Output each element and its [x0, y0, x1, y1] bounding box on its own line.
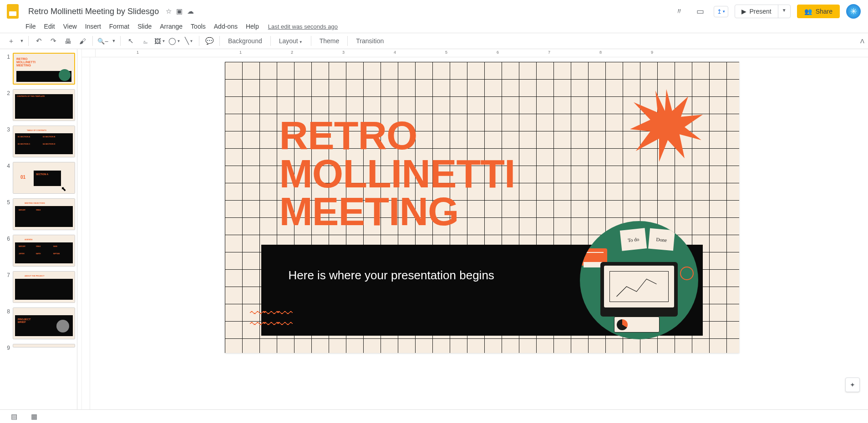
- slide-number: 6: [5, 235, 10, 267]
- ruler-corner: [82, 49, 96, 57]
- menu-format[interactable]: Format: [106, 21, 133, 32]
- workspace: 1RETROMOLLINETTIMEETING2CONTENTS OF THIS…: [0, 49, 868, 409]
- menu-edit[interactable]: Edit: [41, 21, 59, 32]
- slide-thumb-7[interactable]: 7ABOUT THE PROJECT: [5, 271, 75, 303]
- cloud-saved-icon[interactable]: ☁: [187, 7, 194, 15]
- title-line-3: MEETING: [279, 192, 515, 231]
- slide-number: 1: [5, 53, 10, 85]
- svg-marker-0: [630, 89, 703, 162]
- activity-icon[interactable]: 〃: [672, 4, 686, 19]
- theme-button[interactable]: Theme: [315, 37, 344, 45]
- menu-file[interactable]: File: [22, 21, 40, 32]
- filmstrip[interactable]: 1RETROMOLLINETTIMEETING2CONTENTS OF THIS…: [0, 49, 77, 409]
- slide-canvas[interactable]: RETRO MOLLINETTI MEETING Here is where y…: [225, 62, 739, 353]
- star-icon[interactable]: ☆: [166, 7, 172, 15]
- menu-slide[interactable]: Slide: [134, 21, 155, 32]
- image-tool[interactable]: 🖼▼: [153, 35, 166, 47]
- menu-help[interactable]: Help: [242, 21, 263, 32]
- slide-thumb-8[interactable]: 8PROJECTBRIEF: [5, 307, 75, 339]
- doc-status-icons: ☆ ▣ ☁: [166, 7, 194, 15]
- textbox-tool[interactable]: ⎁: [139, 35, 152, 47]
- present-icon: ▶: [741, 8, 746, 15]
- layout-button[interactable]: Layout▼: [274, 37, 307, 45]
- slide-thumb-2[interactable]: 2CONTENTS OF THIS TEMPLATE: [5, 89, 75, 121]
- menu-view[interactable]: View: [60, 21, 81, 32]
- filmstrip-view-icon[interactable]: ▤: [11, 413, 17, 421]
- move-icon[interactable]: ▣: [176, 7, 183, 15]
- thumbnail[interactable]: PROJECTBRIEF: [13, 307, 75, 339]
- thumbnail[interactable]: CONTENTS OF THIS TEMPLATE: [13, 89, 75, 121]
- last-edit-link[interactable]: Last edit was seconds ago: [268, 23, 338, 30]
- print-button[interactable]: 🖶: [61, 35, 74, 47]
- background-button[interactable]: Background: [223, 37, 267, 45]
- sticky-note-done: Done: [648, 228, 675, 251]
- menubar: File Edit View Insert Format Slide Arran…: [0, 20, 868, 33]
- doc-title-input[interactable]: [25, 6, 162, 17]
- zoom-dropdown[interactable]: ▼: [111, 35, 117, 47]
- vertical-ruler[interactable]: [82, 57, 90, 409]
- present-group: ▶Present ▼: [735, 5, 790, 18]
- thumbnail[interactable]: ABOUT THE PROJECT: [13, 271, 75, 303]
- titlebar: ☆ ▣ ☁ 〃 ▭ ↥▾ ▶Present ▼ 👥Share ✳: [0, 0, 868, 20]
- thumbnail[interactable]: 01SECTION A⬉: [13, 162, 75, 194]
- right-actions: 〃 ▭ ↥▾ ▶Present ▼ 👥Share ✳: [672, 4, 861, 19]
- new-slide-button[interactable]: ＋: [5, 35, 17, 47]
- thumbnail[interactable]: [13, 344, 75, 347]
- menu-arrange[interactable]: Arrange: [156, 21, 186, 32]
- slide-number: 5: [5, 198, 10, 230]
- slide-thumb-3[interactable]: 3TABLE OF CONTENTS01 SECTION A02 SECTION…: [5, 126, 75, 157]
- paint-format-button[interactable]: 🖌: [76, 35, 89, 47]
- shape-tool[interactable]: ◯▼: [168, 35, 181, 47]
- comment-button[interactable]: 💬: [203, 35, 216, 47]
- menu-insert[interactable]: Insert: [81, 21, 105, 32]
- user-avatar[interactable]: ✳: [846, 4, 861, 19]
- select-tool[interactable]: ↖: [124, 35, 137, 47]
- slide-number: 2: [5, 89, 10, 121]
- slide-subtitle[interactable]: Here is where your presentation begins: [289, 268, 494, 282]
- canvas-area[interactable]: 1123456789 RETRO MOLLINETTI MEETING Here…: [82, 49, 868, 409]
- sticky-note-todo: To do: [619, 228, 646, 251]
- thumbnail[interactable]: AGENDAMERCURYVENUSMARSJUPITEREARTHNEPTUN…: [13, 235, 75, 267]
- pie-card-icon: [614, 317, 660, 332]
- share-icon: 👥: [804, 8, 812, 15]
- slide-thumb-9[interactable]: 9: [5, 344, 75, 348]
- menu-addons[interactable]: Add-ons: [210, 21, 241, 32]
- present-button[interactable]: ▶Present: [735, 5, 777, 18]
- collapse-toolbar-icon[interactable]: ᐱ: [860, 38, 864, 45]
- menu-tools[interactable]: Tools: [187, 21, 209, 32]
- laptop-illustration: [600, 262, 678, 317]
- new-slide-dropdown[interactable]: ▼: [19, 35, 25, 47]
- line-tool[interactable]: ╲▼: [183, 35, 195, 47]
- present-dropdown[interactable]: ▼: [778, 5, 790, 18]
- thumbnail[interactable]: RETROMOLLINETTIMEETING: [13, 53, 75, 85]
- upload-button[interactable]: ↥▾: [714, 6, 728, 17]
- slide-thumb-1[interactable]: 1RETROMOLLINETTIMEETING: [5, 53, 75, 85]
- present-label: Present: [749, 8, 771, 15]
- slide-title[interactable]: RETRO MOLLINETTI MEETING: [279, 116, 515, 231]
- slide-thumb-5[interactable]: 5MEETING OBJECTIVESMERCURYVENUS: [5, 198, 75, 230]
- transition-button[interactable]: Transition: [351, 37, 388, 45]
- wave-decoration: 〰〰〰〰〰〰: [250, 308, 291, 330]
- horizontal-ruler[interactable]: 1123456789: [96, 49, 868, 57]
- undo-button[interactable]: ↶: [32, 35, 45, 47]
- slide-thumb-4[interactable]: 401SECTION A⬉: [5, 162, 75, 194]
- title-line-1: RETRO: [279, 116, 515, 155]
- grid-view-icon[interactable]: ▦: [31, 413, 37, 421]
- thumbnail[interactable]: TABLE OF CONTENTS01 SECTION A02 SECTION …: [13, 126, 75, 157]
- slide-thumb-6[interactable]: 6AGENDAMERCURYVENUSMARSJUPITEREARTHNEPTU…: [5, 235, 75, 267]
- share-label: Share: [816, 8, 832, 15]
- share-button[interactable]: 👥Share: [797, 5, 840, 18]
- comments-icon[interactable]: ▭: [693, 4, 707, 19]
- redo-button[interactable]: ↷: [47, 35, 60, 47]
- explore-button[interactable]: [845, 378, 860, 392]
- slide-number: 9: [5, 344, 10, 348]
- slides-logo[interactable]: [4, 2, 22, 20]
- zoom-out-button[interactable]: 🔍‒: [96, 35, 109, 47]
- starburst-shape: [630, 89, 703, 162]
- thumbnail[interactable]: MEETING OBJECTIVESMERCURYVENUS: [13, 198, 75, 230]
- bottom-bar: ▤ ▦: [0, 409, 868, 423]
- slide-number: 3: [5, 126, 10, 157]
- slide-number: 8: [5, 307, 10, 339]
- toolbar: ＋ ▼ ↶ ↷ 🖶 🖌 🔍‒ ▼ ↖ ⎁ 🖼▼ ◯▼ ╲▼ 💬 Backgrou…: [0, 33, 868, 49]
- slide-number: 7: [5, 271, 10, 303]
